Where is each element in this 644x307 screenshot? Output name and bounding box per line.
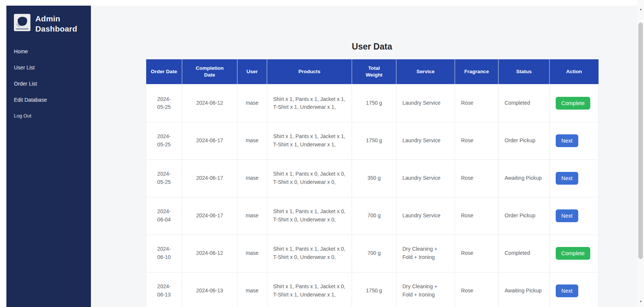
cell-service: Dry Cleaning + Fold + Ironing [396, 235, 455, 272]
complete-button[interactable]: Complete [556, 247, 590, 260]
cell-total-weight: 1750 g [352, 272, 396, 307]
cell-products: Shirt x 1, Pants x 0, Jacket x 0, T-Shir… [267, 160, 352, 197]
table-header: Order Date Completion Date User Products… [146, 59, 599, 84]
cell-status: Completed [499, 84, 550, 122]
table-row: 2024-05-252024-06-17maseShirt x 1, Pants… [146, 122, 599, 160]
col-header-user: User [237, 59, 267, 84]
cell-status: Order Pickup [499, 197, 550, 235]
cell-order-date: 2024-06-10 [146, 235, 182, 272]
cell-action: Complete [550, 84, 599, 122]
cell-status: Completed [499, 235, 550, 272]
scrollbar-up-arrow-icon[interactable]: ▲ [638, 8, 644, 11]
cell-action: Next [550, 197, 599, 235]
cell-order-date: 2024-06-13 [146, 272, 182, 307]
main-content: User Data Order Date Completion Date Use… [91, 6, 644, 307]
page-title: User Data [146, 42, 598, 52]
next-button[interactable]: Next [556, 284, 578, 297]
sidebar-item-home[interactable]: Home [14, 48, 84, 54]
cell-user: mase [237, 160, 267, 197]
cell-fragrance: Rose [455, 84, 499, 122]
cell-service: Laundry Service [396, 197, 455, 235]
cell-order-date: 2024-05-25 [146, 84, 182, 122]
admin-dashboard-page: Admin Dashboard Home User List Order Lis… [0, 0, 644, 307]
cell-completion-date: 2024-06-17 [182, 197, 237, 235]
col-header-status: Status [499, 59, 550, 84]
cell-completion-date: 2024-06-17 [182, 122, 237, 160]
cell-order-date: 2024-05-25 [146, 160, 182, 197]
cell-action: Next [550, 272, 599, 307]
sidebar-nav: Home User List Order List Edit Database … [14, 48, 84, 119]
next-button[interactable]: Next [556, 209, 578, 222]
col-header-service: Service [396, 59, 455, 84]
cell-fragrance: Rose [455, 122, 499, 160]
cell-completion-date: 2024-06-13 [182, 272, 237, 307]
sidebar-item-user-list[interactable]: User List [14, 65, 84, 71]
cell-products: Shirt x 1, Pants x 1, Jacket x 1, T-Shir… [267, 84, 352, 122]
cell-order-date: 2024-05-25 [146, 122, 182, 160]
cell-total-weight: 1750 g [352, 84, 396, 122]
user-data-table: Order Date Completion Date User Products… [146, 59, 599, 307]
scrollbar-thumb[interactable] [638, 23, 643, 259]
cell-total-weight: 700 g [352, 197, 396, 235]
cell-fragrance: Rose [455, 197, 499, 235]
table-row: 2024-05-252024-06-12maseShirt x 1, Pants… [146, 84, 599, 122]
cell-service: Laundry Service [396, 122, 455, 160]
sidebar-item-edit-database[interactable]: Edit Database [14, 97, 84, 103]
cell-fragrance: Rose [455, 272, 499, 307]
cell-user: mase [237, 122, 267, 160]
col-header-products: Products [267, 59, 352, 84]
cell-products: Shirt x 1, Pants x 1, Jacket x 0, T-Shir… [267, 235, 352, 272]
cell-fragrance: Rose [455, 160, 499, 197]
table-body: 2024-05-252024-06-12maseShirt x 1, Pants… [146, 84, 599, 307]
cell-completion-date: 2024-06-12 [182, 235, 237, 272]
cell-action: Next [550, 160, 599, 197]
col-header-action: Action [550, 59, 599, 84]
cell-service: Laundry Service [396, 84, 455, 122]
col-header-total-weight: Total Weight [352, 59, 396, 84]
sidebar-item-log-out[interactable]: Log Out [14, 113, 84, 119]
cell-products: Shirt x 1, Pants x 1, Jacket x 0, T-Shir… [267, 272, 352, 307]
cell-user: mase [237, 235, 267, 272]
col-header-order-date: Order Date [146, 59, 182, 84]
cell-completion-date: 2024-06-17 [182, 160, 237, 197]
cell-user: mase [237, 272, 267, 307]
cell-user: mase [237, 197, 267, 235]
cell-status: Awaiting Pickup [499, 272, 550, 307]
app-logo-icon [14, 14, 30, 31]
cell-service: Dry Cleaning + Fold + Ironing [396, 272, 455, 307]
cell-products: Shirt x 1, Pants x 1, Jacket x 0, T-Shir… [267, 197, 352, 235]
col-header-fragrance: Fragrance [455, 59, 499, 84]
cell-total-weight: 700 g [352, 235, 396, 272]
col-header-completion-date: Completion Date [182, 59, 237, 84]
table-row: 2024-06-102024-06-12maseShirt x 1, Pants… [146, 235, 599, 272]
cell-status: Awaiting Pickup [499, 160, 550, 197]
table-row: 2024-06-042024-06-17maseShirt x 1, Pants… [146, 197, 599, 235]
cell-order-date: 2024-06-04 [146, 197, 182, 235]
cell-service: Laundry Service [396, 160, 455, 197]
cell-action: Next [550, 122, 599, 160]
cell-completion-date: 2024-06-12 [182, 84, 237, 122]
cell-action: Complete [550, 235, 599, 272]
sidebar: Admin Dashboard Home User List Order Lis… [6, 6, 91, 307]
complete-button[interactable]: Complete [556, 97, 590, 110]
table-row: 2024-06-132024-06-13maseShirt x 1, Pants… [146, 272, 599, 307]
next-button[interactable]: Next [556, 172, 578, 185]
cell-fragrance: Rose [455, 235, 499, 272]
table-row: 2024-05-252024-06-17maseShirt x 1, Pants… [146, 160, 599, 197]
cell-user: mase [237, 84, 267, 122]
cell-total-weight: 1750 g [352, 122, 396, 160]
scrollbar-down-arrow-icon[interactable]: ▼ [638, 300, 644, 303]
brand: Admin Dashboard [14, 14, 84, 34]
vertical-scrollbar[interactable]: ▲ ▼ [638, 0, 644, 307]
app-title: Admin Dashboard [35, 14, 84, 34]
next-button[interactable]: Next [556, 134, 578, 147]
sidebar-item-order-list[interactable]: Order List [14, 81, 84, 87]
cell-status: Order Pickup [499, 122, 550, 160]
cell-total-weight: 350 g [352, 160, 396, 197]
cell-products: Shirt x 1, Pants x 1, Jacket x 1, T-Shir… [267, 122, 352, 160]
